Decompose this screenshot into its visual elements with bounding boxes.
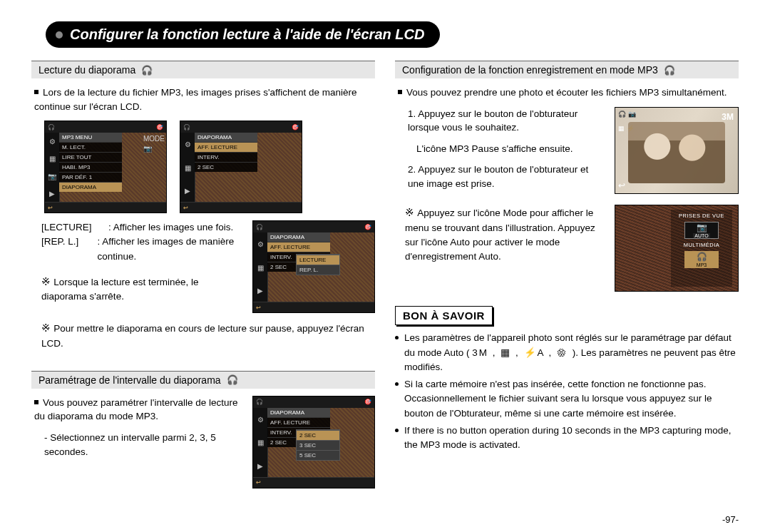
section-header-label: Paramétrage de l'intervalle du diaporama <box>38 374 221 386</box>
steps-row: 1. Appuyez sur le bouton de l'obturateur… <box>395 107 739 198</box>
headphones-icon: 🎧 <box>227 374 238 385</box>
return-icon: ↩ <box>618 180 625 190</box>
manual-page: Configurer la fonction lecture à l'aide … <box>0 0 770 532</box>
headphones-icon: 🎧 <box>664 65 675 76</box>
bon-a-savoir-title: BON À SAVOIR <box>395 306 493 325</box>
lcd-pair: 🎧🎯 ⚙▦📷▶ MP3 MENU M. LECT. LIRE TOUT HABI… <box>44 121 375 213</box>
lcd-diaporama: 🎧🎯 ⚙▦▶ DIAPORAMA AFF. LECTURE INTERV. 2 … <box>180 121 302 213</box>
mp3-mode-icon: 🎧MP3 <box>684 251 719 268</box>
page-number: -97- <box>722 514 739 525</box>
section-header-intervalle: Paramétrage de l'intervalle du diaporama… <box>31 371 375 389</box>
diaporama-intro: Lors de la lecture du fichier MP3, les i… <box>34 86 375 113</box>
lcd-mp3-menu: 🎧🎯 ⚙▦📷▶ MP3 MENU M. LECT. LIRE TOUT HABI… <box>44 121 167 213</box>
page-title-bar: Configurer la fonction lecture à l'aide … <box>46 21 739 48</box>
lcd-intervalle: 🎧🎯 ⚙▦▶ DIAPORAMA AFF. LECTURE INTERV. 2 … <box>252 396 375 488</box>
mode-default-icons: 3M , ▦ , ⚡A , 🏵 <box>472 347 573 358</box>
intervalle-row: Vous pouvez paramétrer l'intervalle de l… <box>31 396 375 488</box>
headphones-icon: 🎧 <box>141 65 153 76</box>
section-header-label: Configuration de la fonction enregistrem… <box>402 64 658 76</box>
two-column-layout: Lecture du diaporama 🎧 Lors de la lectur… <box>31 61 739 496</box>
bon-a-savoir-list: Les paramètres de l'appareil photo sont … <box>395 331 739 452</box>
photo-icons-top: 🎧 📷 <box>618 111 636 118</box>
lcd-mode-menu: PRISES DE VUE 📷AUTO MULTIMÉDIA 🎧MP3 <box>615 205 739 292</box>
mode-icon: MODE📷 <box>143 134 165 154</box>
auto-mode-icon: 📷AUTO <box>684 222 719 239</box>
page-title: Configurer la fonction lecture à l'aide … <box>46 21 440 48</box>
lcd-diaporama-submenu: 🎧🎯 ⚙▦▶ DIAPORAMA AFF. LECTURE INTERV. 2 … <box>252 220 375 313</box>
photo-resolution: 3M <box>722 112 734 122</box>
mode-row: ※ Appuyez sur l'icône Mode pour afficher… <box>395 205 739 292</box>
defs-row: [LECTURE] : Afficher les images une fois… <box>31 220 375 313</box>
left-column: Lecture du diaporama 🎧 Lors de la lectur… <box>31 61 375 496</box>
section-header-diaporama: Lecture du diaporama 🎧 <box>31 61 375 78</box>
section-header-label: Lecture du diaporama <box>38 64 135 76</box>
photo-icons-side: ▦ ⚡ <box>618 125 635 132</box>
section-header-enregistrement: Configuration de la fonction enregistrem… <box>395 61 739 78</box>
right-column: Configuration de la fonction enregistrem… <box>395 61 739 496</box>
sample-photo: 🎧 📷 3M ▦ ⚡ ↩ <box>615 107 739 194</box>
